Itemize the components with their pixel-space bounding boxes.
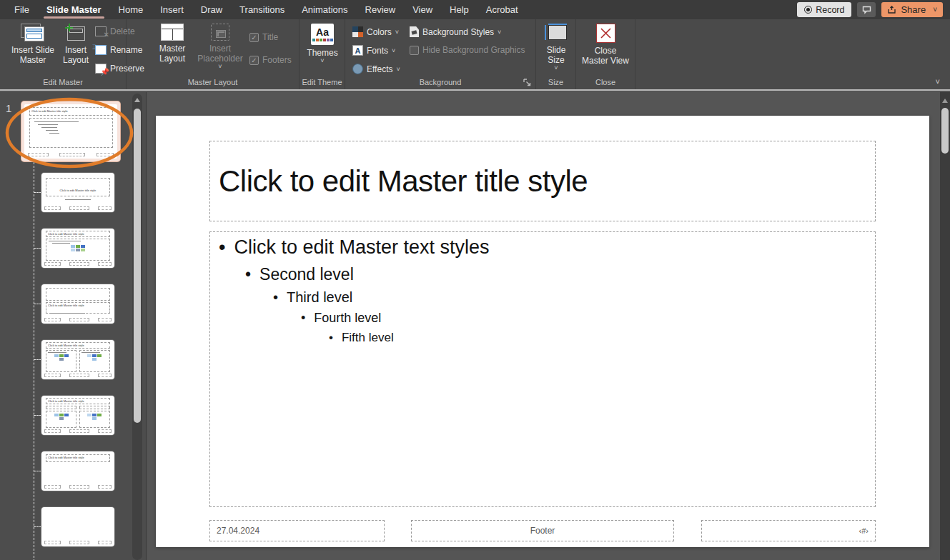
slide-size-button[interactable]: Slide Size ˅	[540, 21, 572, 77]
thumbnail-title-text: Click to edit Master title style	[46, 189, 109, 191]
hide-background-graphics-checkbox-icon	[410, 46, 419, 55]
tab-acrobat[interactable]: Acrobat	[478, 0, 527, 19]
slide-number-label: 1	[6, 102, 11, 114]
group-label-master-layout: Master Layout	[127, 78, 299, 86]
tab-help[interactable]: Help	[441, 0, 478, 19]
title-placeholder[interactable]: Click to edit Master title style	[209, 141, 876, 221]
thumbnail-two-content-layout[interactable]: Click to edit Master title style	[41, 340, 114, 379]
comments-button[interactable]	[857, 2, 876, 17]
scrollbar-thumb[interactable]	[941, 108, 949, 154]
thumbnail-blank-layout[interactable]	[41, 507, 114, 546]
thumbnail-title-text: Click to edit Master title style	[48, 344, 108, 346]
group-close: Close Master View Close	[576, 19, 635, 89]
delete-icon: ✕	[95, 26, 107, 36]
thumbnail-panel-scrollbar[interactable]	[132, 94, 142, 560]
themes-icon: Aa	[311, 24, 334, 45]
bullet-level-1: •Click to edit Master text styles	[219, 236, 490, 259]
scroll-up-arrow-icon[interactable]	[942, 99, 948, 103]
group-label-background: Background	[345, 78, 535, 86]
themes-chevron-icon: ˅	[320, 58, 324, 64]
title-checkbox: ✓ Title	[249, 32, 278, 42]
themes-label: Themes	[307, 48, 337, 58]
group-background: Colors ˅ A Fonts ˅ Effects ˅ Background …	[345, 19, 536, 89]
master-layout-button[interactable]: Master Layout	[154, 21, 191, 77]
effects-label: Effects	[367, 64, 392, 74]
tab-draw[interactable]: Draw	[192, 0, 231, 19]
colors-chevron-icon: ˅	[395, 29, 399, 35]
colors-icon	[352, 26, 363, 37]
footers-checkbox-label: Footers	[262, 55, 292, 65]
thumbnail-title-only-layout[interactable]: Click to edit Master title style	[41, 451, 114, 491]
slide-size-icon	[545, 24, 568, 42]
group-edit-master: Insert Slide Master Insert Layout ✕ Dele…	[0, 19, 127, 89]
share-icon	[887, 6, 896, 14]
preserve-icon: 📌	[95, 64, 107, 74]
insert-layout-button[interactable]: Insert Layout	[60, 21, 91, 77]
background-styles-label: Background Styles	[422, 27, 494, 37]
slide-editing-canvas: Click to edit Master title style •Click …	[147, 92, 950, 560]
background-styles-chevron-icon: ˅	[498, 29, 501, 35]
tab-insert[interactable]: Insert	[152, 0, 192, 19]
tab-slide-master[interactable]: Slide Master	[38, 0, 110, 19]
thumbnail-title-slide-layout[interactable]: Click to edit Master title style	[41, 173, 114, 212]
thumbnail-title-content-layout[interactable]: Click to edit Master title style	[41, 229, 114, 268]
slide-size-chevron-icon: ˅	[554, 65, 558, 71]
insert-placeholder-button: Insert Placeholder ˅	[194, 21, 247, 77]
slide-master-editing-surface[interactable]: Click to edit Master title style •Click …	[156, 116, 929, 547]
tab-view[interactable]: View	[404, 0, 441, 19]
title-checkbox-label: Title	[262, 32, 278, 42]
fonts-icon: A	[352, 45, 363, 56]
slide-size-label: Slide Size	[540, 45, 572, 65]
colors-button[interactable]: Colors ˅	[352, 26, 399, 37]
hide-background-graphics-checkbox: Hide Background Graphics	[410, 45, 525, 55]
bullet-level-3: •Third level	[273, 289, 352, 306]
scrollbar-thumb[interactable]	[134, 109, 141, 423]
ribbon-tabs: File Slide Master Home Insert Draw Trans…	[0, 0, 527, 19]
thumbnail-title-text: Click to edit Master title style	[48, 304, 108, 306]
scroll-up-arrow-icon[interactable]	[134, 98, 140, 102]
slide-number-placeholder[interactable]: ‹#›	[701, 520, 876, 541]
bullet-level-4: •Fourth level	[301, 311, 381, 326]
record-button[interactable]: Record	[797, 2, 851, 17]
group-label-close: Close	[576, 78, 635, 86]
footer-placeholder[interactable]: Footer	[411, 520, 674, 541]
thumbnail-slide-master[interactable]: Click to edit Master title style	[21, 101, 120, 161]
background-styles-icon	[410, 26, 419, 37]
body-text-placeholder[interactable]: •Click to edit Master text styles •Secon…	[209, 231, 876, 507]
effects-button[interactable]: Effects ˅	[352, 64, 400, 74]
fonts-label: Fonts	[367, 46, 388, 56]
footer-text: Footer	[530, 526, 555, 536]
powerpoint-slide-master-window: File Slide Master Home Insert Draw Trans…	[0, 0, 950, 560]
insert-slide-master-button[interactable]: Insert Slide Master	[6, 21, 60, 77]
group-master-layout: Master Layout Insert Placeholder ˅ ✓ Tit…	[127, 19, 300, 89]
record-icon	[804, 6, 812, 14]
themes-button[interactable]: Aa Themes ˅	[304, 21, 341, 77]
share-button[interactable]: Share ˅	[881, 2, 943, 17]
tab-home[interactable]: Home	[110, 0, 152, 19]
fonts-button[interactable]: A Fonts ˅	[352, 45, 395, 56]
canvas-vertical-scrollbar[interactable]	[940, 92, 950, 560]
date-placeholder[interactable]: 27.04.2024	[209, 520, 385, 541]
background-styles-button[interactable]: Background Styles ˅	[410, 26, 501, 37]
tab-animations[interactable]: Animations	[293, 0, 356, 19]
thumbnail-title-text: Click to edit Master title style	[31, 109, 111, 112]
insert-placeholder-icon	[211, 24, 229, 41]
collapse-ribbon-chevron-icon[interactable]: ˅	[936, 77, 940, 86]
thumbnail-section-header-layout[interactable]: Click to edit Master title style	[41, 284, 114, 324]
tab-transitions[interactable]: Transitions	[231, 0, 293, 19]
close-master-view-button[interactable]: Close Master View	[580, 21, 630, 77]
tab-file[interactable]: File	[6, 0, 38, 19]
colors-label: Colors	[367, 27, 392, 37]
thumbnail-comparison-layout[interactable]: Click to edit Master title style	[41, 396, 114, 435]
comment-icon	[862, 6, 871, 14]
tab-review[interactable]: Review	[357, 0, 405, 19]
thumbnail-title-text: Click to edit Master title style	[48, 232, 108, 235]
insert-layout-label: Insert Layout	[60, 45, 91, 65]
title-checkbox-icon: ✓	[249, 33, 259, 42]
master-title-text: Click to edit Master title style	[210, 164, 588, 199]
insert-slide-master-label: Insert Slide Master	[6, 45, 60, 65]
share-chevron-icon[interactable]: ˅	[930, 6, 937, 14]
thumbnail-title-text: Click to edit Master title style	[48, 399, 108, 402]
footers-checkbox[interactable]: ✓ Footers	[249, 55, 292, 65]
close-master-view-label: Close Master View	[580, 46, 630, 66]
